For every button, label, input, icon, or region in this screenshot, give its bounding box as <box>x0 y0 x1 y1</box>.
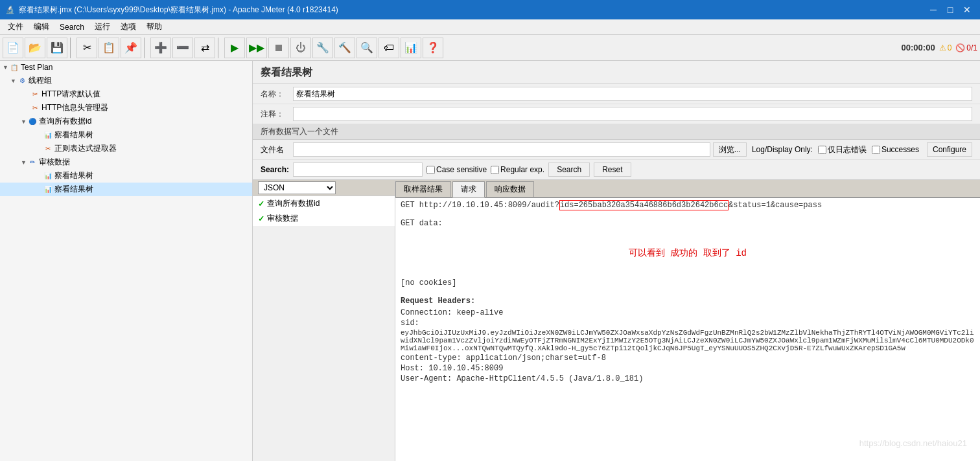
collapse-button[interactable]: ➖ <box>172 38 193 58</box>
search-input[interactable] <box>293 163 423 177</box>
spacer1 <box>401 212 975 216</box>
cut-button[interactable]: ✂ <box>76 38 97 58</box>
comment-label: 注释： <box>261 109 293 120</box>
save-button[interactable]: 💾 <box>47 38 67 58</box>
tree-label-threadgroup: 线程组 <box>29 75 52 86</box>
remote-start-button[interactable]: 🔧 <box>312 38 333 58</box>
result-list: ✓ 查询所有数据id ✓ 审核数据 <box>253 196 395 226</box>
new-button[interactable]: 📄 <box>3 38 23 58</box>
comment-input[interactable] <box>293 107 972 121</box>
success-note: 可以看到 成功的 取到了 id <box>401 247 975 259</box>
case-sensitive-checkbox[interactable] <box>426 166 435 174</box>
tree-item-http-header[interactable]: ✂ HTTP信息头管理器 <box>0 101 252 115</box>
separator-1 <box>70 38 74 58</box>
successes-label[interactable]: Successes <box>872 145 919 154</box>
close-button[interactable]: ✕ <box>959 3 975 16</box>
log-error-checkbox[interactable] <box>818 146 826 154</box>
expand-arrow-8: ▼ <box>21 159 27 166</box>
tree-label-regex: 正则表达式提取器 <box>54 143 117 154</box>
search-bar: Search: Case sensitive Regular exp. Sear… <box>253 160 980 180</box>
result-item-label-0: 查询所有数据id <box>267 198 320 209</box>
tab-response[interactable]: 响应数据 <box>486 181 534 197</box>
tree-item-regex[interactable]: ✂ 正则表达式提取器 <box>0 142 252 155</box>
header-line-3: content-type: application/json;charset=u… <box>401 354 975 363</box>
menu-search[interactable]: Search <box>54 21 89 33</box>
header-line-4: Host: 10.10.10.45:8009 <box>401 364 975 373</box>
browse-button[interactable]: 浏览... <box>713 142 747 157</box>
title-bar: 🔬 察看结果树.jmx (C:\Users\syxy999\Desktop\察看… <box>0 0 980 19</box>
left-panel: ▼ 📋 Test Plan ▼ ⚙ 线程组 ✂ HTTP请求默认值 ✂ HTTP… <box>0 61 253 461</box>
regex-checkbox[interactable] <box>491 166 499 174</box>
tree-item-testplan[interactable]: ▼ 📋 Test Plan <box>0 61 252 74</box>
list-button[interactable]: 📊 <box>401 38 421 58</box>
tree-item-result-tree-2[interactable]: 📊 察看结果树 <box>0 169 252 183</box>
tree-item-result-tree-3[interactable]: 📊 察看结果树 <box>0 183 252 196</box>
start-button[interactable]: ▶ <box>224 38 245 58</box>
tree-label-audit: 审核数据 <box>39 157 70 168</box>
tree-item-http-default[interactable]: ✂ HTTP请求默认值 <box>0 87 252 101</box>
regex-label[interactable]: Regular exp. <box>491 165 544 174</box>
url-highlight: ids=265bab320a354a46886b6d3b2642b6cc <box>559 200 729 210</box>
name-input[interactable] <box>293 87 972 101</box>
result-item-label-1: 审核数据 <box>267 213 298 224</box>
result-item-0[interactable]: ✓ 查询所有数据id <box>253 196 395 211</box>
copy-button[interactable]: 📋 <box>99 38 119 58</box>
expand-button[interactable]: ➕ <box>150 38 171 58</box>
remote-start2-button[interactable]: 🔨 <box>334 38 355 58</box>
tab-sampler[interactable]: 取样器结果 <box>395 181 451 197</box>
minimize-button[interactable]: ─ <box>926 3 941 16</box>
tree-item-audit[interactable]: ▼ ✏ 审核数据 <box>0 155 252 169</box>
tree-item-threadgroup[interactable]: ▼ ⚙ 线程组 <box>0 74 252 87</box>
audit-icon: ✏ <box>27 157 38 168</box>
get-url-line: GET http://10.10.10.45:8009/audit?ids=26… <box>401 201 975 210</box>
search-btn[interactable]: 🔍 <box>356 38 377 58</box>
menu-file[interactable]: 文件 <box>3 20 29 34</box>
menu-edit[interactable]: 编辑 <box>29 20 54 34</box>
json-header: JSON <box>253 180 395 196</box>
tree-item-query-all[interactable]: ▼ 🔵 查询所有数据id <box>0 115 252 128</box>
stop-button[interactable]: ⏹ <box>268 38 289 58</box>
menu-help[interactable]: 帮助 <box>141 20 167 34</box>
maximize-button[interactable]: □ <box>942 3 958 16</box>
configure-button[interactable]: Configure <box>927 142 972 157</box>
timer-display: 00:00:00 <box>902 43 935 52</box>
panel-title: 察看结果树 <box>253 61 980 84</box>
json-select[interactable]: JSON <box>258 181 336 194</box>
clear-button[interactable]: 🏷 <box>379 38 399 58</box>
case-sensitive-label[interactable]: Case sensitive <box>426 165 487 174</box>
http-header-icon: ✂ <box>30 103 40 113</box>
warning-count: 0 <box>948 43 952 52</box>
no-cookies: [no cookies] <box>401 278 975 287</box>
spacer4 <box>401 290 975 294</box>
log-error-label[interactable]: 仅日志错误 <box>818 144 867 155</box>
file-label: 文件名 <box>261 144 293 155</box>
menu-run[interactable]: 运行 <box>89 20 115 34</box>
successes-checkbox[interactable] <box>872 146 880 154</box>
file-input[interactable] <box>293 142 710 157</box>
result-tree-icon-3: 📊 <box>43 185 53 195</box>
split-area: JSON ✓ 查询所有数据id ✓ 审核数据 <box>253 180 980 461</box>
tree-label-result-tree-2: 察看结果树 <box>54 170 93 181</box>
request-headers-label: Request Headers: <box>401 297 975 306</box>
spacer2 <box>401 231 975 234</box>
tree-label-result-tree-3: 察看结果树 <box>54 184 93 195</box>
shutdown-button[interactable]: ⏻ <box>290 38 311 58</box>
tabs-panel: 取样器结果 请求 响应数据 GET http://10.10.10.45:800… <box>395 180 980 461</box>
search-button[interactable]: Search <box>548 163 590 177</box>
paste-button[interactable]: 📌 <box>121 38 141 58</box>
start-no-pause-button[interactable]: ▶▶ <box>246 38 267 58</box>
toggle-button[interactable]: ⇄ <box>194 38 215 58</box>
reset-button[interactable]: Reset <box>594 163 631 177</box>
result-item-1[interactable]: ✓ 审核数据 <box>253 211 395 226</box>
menu-options[interactable]: 选项 <box>115 20 141 34</box>
main-layout: ▼ 📋 Test Plan ▼ ⚙ 线程组 ✂ HTTP请求默认值 ✂ HTTP… <box>0 61 980 461</box>
tree-item-result-tree-1[interactable]: 📊 察看结果树 <box>0 128 252 142</box>
content-area[interactable]: GET http://10.10.10.45:8009/audit?ids=26… <box>395 198 980 461</box>
tab-request[interactable]: 请求 <box>452 181 485 197</box>
result-tree-icon-2: 📊 <box>43 171 53 181</box>
watermark: https://blog.csdn.net/haiou21 <box>859 438 967 448</box>
help-button[interactable]: ❓ <box>423 38 443 58</box>
log-display-label: Log/Display Only: <box>752 145 813 154</box>
open-button[interactable]: 📂 <box>25 38 45 58</box>
separator-2 <box>144 38 148 58</box>
